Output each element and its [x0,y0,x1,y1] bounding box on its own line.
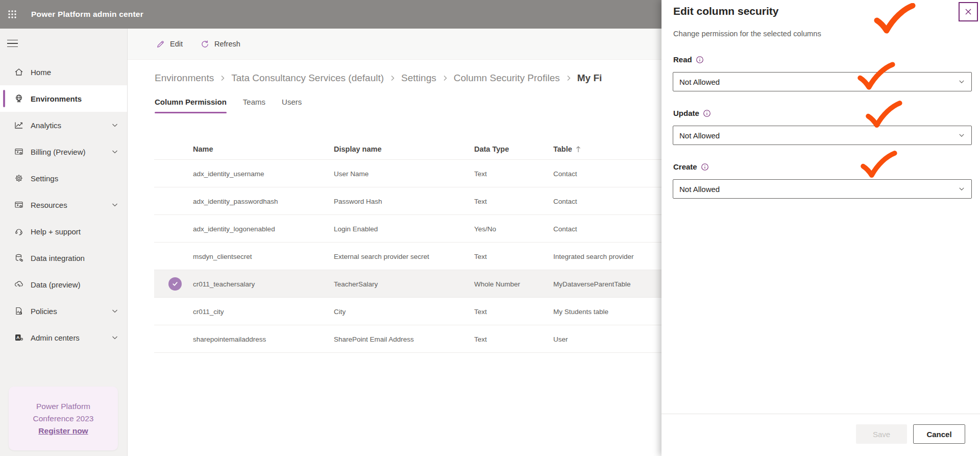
chevron-down-icon [111,148,119,156]
sidebar-item-label: Data (preview) [31,280,81,289]
update-label-text: Update [673,109,699,117]
app-launcher-icon[interactable] [0,0,24,29]
table-row[interactable]: adx_identity_username User Name Text Con… [154,160,662,187]
create-permission-dropdown[interactable]: Not Allowed [673,179,972,199]
cell-name: msdyn_clientsecret [193,252,252,260]
refresh-icon [200,39,210,49]
cell-data-type: Whole Number [474,280,520,287]
table-row[interactable]: msdyn_clientsecret External search provi… [154,243,662,270]
close-icon[interactable] [959,2,978,21]
cloud-sync-icon [14,279,24,290]
chevron-down-icon [111,333,119,342]
cell-table: My Students table [553,307,608,315]
promo-register-link[interactable]: Register now [38,425,88,437]
column-header-data-type[interactable]: Data Type [474,145,509,153]
sidebar-item-policies[interactable]: Policies [0,298,127,324]
sidebar-item-environments[interactable]: Environments [0,85,127,112]
sidebar-item-billing[interactable]: Billing (Preview) [0,138,127,165]
breadcrumb-item[interactable]: Column Security Profiles [454,73,560,84]
cell-name: cr011_teachersalary [193,280,255,287]
column-header-display-name[interactable]: Display name [334,145,382,153]
cell-data-type: Text [474,335,487,343]
billing-icon [14,147,24,157]
cell-display-name: Login Enabled [334,225,378,232]
update-field-label: Update [673,109,711,117]
breadcrumb-item[interactable]: Tata Consultancy Services (default) [231,73,384,84]
read-permission-dropdown[interactable]: Not Allowed [673,72,972,91]
chevron-down-icon [958,132,965,139]
edit-button[interactable]: Edit [156,39,183,49]
promo-line1: Power Platform [36,400,90,413]
sidebar-item-settings[interactable]: Settings [0,165,127,191]
column-header-table[interactable]: Table [553,145,581,153]
chevron-right-icon [442,75,449,82]
breadcrumb-item[interactable]: Environments [155,73,214,84]
analytics-icon [14,120,24,130]
sidebar-item-data-preview[interactable]: Data (preview) [0,271,127,298]
chevron-right-icon [219,75,226,82]
sidebar-item-label: Admin centers [31,333,80,342]
resources-icon [14,200,24,210]
save-button[interactable]: Save [856,424,907,444]
home-icon [14,67,24,77]
table-row[interactable]: sharepointemailaddress SharePoint Email … [154,325,662,353]
info-icon[interactable] [696,56,704,64]
sort-ascending-icon [575,146,581,153]
info-icon[interactable] [701,163,709,171]
cell-display-name: User Name [334,170,369,177]
tab-column-permission[interactable]: Column Permission [155,98,227,113]
sidebar-item-home[interactable]: Home [0,59,127,85]
cell-table: User [553,335,568,343]
tab-teams[interactable]: Teams [243,98,265,113]
info-icon[interactable] [703,109,711,117]
headset-icon [14,226,24,236]
edit-pencil-icon [156,39,165,49]
tab-bar: Column Permission Teams Users [155,98,662,113]
cell-data-type: Text [474,197,487,205]
cell-display-name: City [334,307,346,315]
panel-title: Edit column security [673,5,779,17]
sidebar-item-analytics[interactable]: Analytics [0,112,127,138]
table-row[interactable]: adx_identity_passwordhash Password Hash … [154,187,662,215]
sidebar-item-label: Analytics [31,121,61,130]
create-label-text: Create [673,162,697,171]
nav-collapse-icon[interactable] [7,36,23,51]
table-row-selected[interactable]: cr011_teachersalary TeacherSalary Whole … [154,270,662,298]
gear-icon [14,173,24,183]
update-permission-dropdown[interactable]: Not Allowed [673,126,972,145]
table-row[interactable]: adx_identity_logonenabled Login Enabled … [154,215,662,243]
table-row[interactable]: cr011_city City Text My Students table [154,298,662,325]
nav-list: Home Environments Analytics Billing (Pre… [0,59,127,351]
cancel-button[interactable]: Cancel [913,424,965,444]
command-bar: Edit Refresh [128,29,662,60]
sidebar-item-admin-centers[interactable]: A Admin centers [0,324,127,351]
sidebar-item-label: Home [31,68,51,77]
sidebar-item-resources[interactable]: Resources [0,191,127,218]
cell-name: sharepointemailaddress [193,335,266,343]
admin-centers-icon: A [14,332,24,343]
refresh-button-label: Refresh [214,40,240,48]
update-dropdown-value: Not Allowed [679,131,958,140]
tab-users[interactable]: Users [282,98,302,113]
app-header: Power Platform admin center [0,0,662,29]
cell-data-type: Text [474,252,487,260]
breadcrumb-item[interactable]: Settings [401,73,436,84]
sidebar-item-label: Settings [31,174,58,183]
refresh-button[interactable]: Refresh [200,39,240,49]
chevron-down-icon [111,201,119,209]
chevron-down-icon [958,78,965,85]
left-nav: Home Environments Analytics Billing (Pre… [0,29,128,456]
cell-display-name: Password Hash [334,197,382,205]
sidebar-item-data-integration[interactable]: Data integration [0,245,127,271]
sidebar-item-label: Billing (Preview) [31,148,86,156]
sidebar-item-help-support[interactable]: Help + support [0,218,127,245]
cell-table: Integrated search provider [553,252,634,260]
edit-column-security-panel: Edit column security Change permission f… [662,0,980,456]
row-selected-check-icon[interactable] [168,277,182,291]
chevron-down-icon [111,307,119,315]
globe-icon [14,93,24,104]
sidebar-item-label: Policies [31,307,57,316]
database-icon [14,253,24,263]
column-header-name[interactable]: Name [193,145,213,153]
svg-text:A: A [16,335,20,340]
